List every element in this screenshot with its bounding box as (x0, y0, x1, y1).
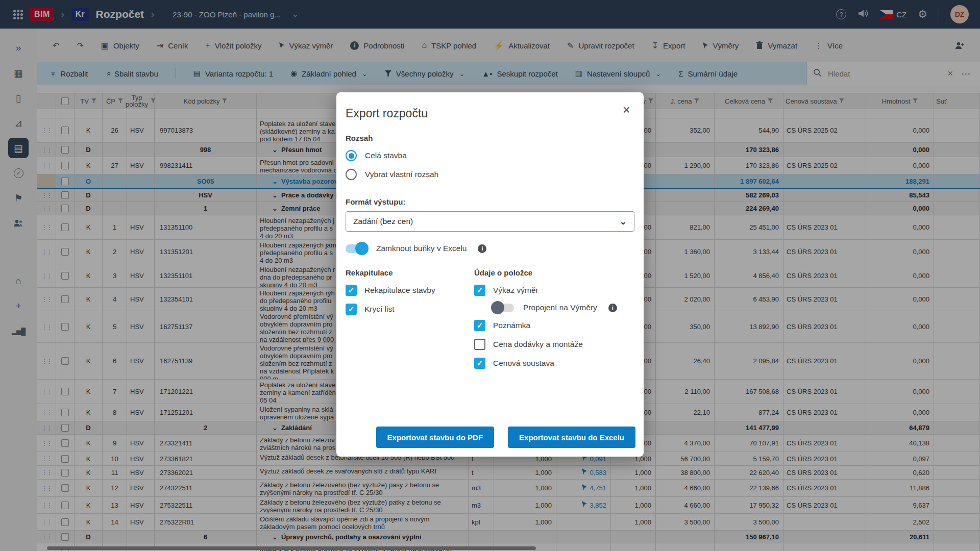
checkbox-checked-icon: ✓ (346, 285, 357, 296)
recap-section-label: Rekapitulace (346, 268, 474, 277)
lock-cells-toggle[interactable] (346, 244, 367, 253)
checkbox-label: Cenová soustava (493, 359, 554, 368)
radio-label: Vybrat vlastní rozsah (365, 170, 438, 179)
bill-of-quantities-checkbox[interactable]: ✓ Výkaz výměr (474, 285, 634, 296)
scope-custom-range-option[interactable]: Vybrat vlastní rozsah (346, 169, 634, 180)
chevron-down-icon: ⌄ (620, 216, 627, 227)
price-system-checkbox[interactable]: ✓ Cenová soustava (474, 358, 634, 369)
format-label: Formát výstupu: (346, 197, 634, 206)
link-to-measurements-toggle[interactable] (493, 304, 514, 312)
checkbox-checked-icon: ✓ (474, 358, 485, 369)
format-value: Zadání (bez cen) (353, 217, 413, 226)
app-root: BIM › Kr Rozpočet › 23-90 - ZOO Plzeň - … (0, 0, 980, 551)
export-pdf-button[interactable]: Exportovat stavbu do PDF (376, 427, 495, 448)
export-dialog: Export rozpočtu × Rozsah Celá stavba Vyb… (336, 92, 644, 457)
close-icon[interactable]: × (620, 104, 633, 116)
checkbox-label: Cena dodávky a montáže (493, 340, 583, 349)
export-excel-button[interactable]: Exportovat stavbu do Excelu (508, 427, 635, 448)
checkbox-label: Krycí list (364, 305, 395, 314)
toggle-label: Propojení na Výměry (523, 303, 597, 312)
format-select[interactable]: Zadání (bez cen) ⌄ (346, 211, 634, 232)
scope-section-label: Rozsah (346, 134, 634, 142)
note-checkbox[interactable]: ✓ Poznámka (474, 320, 634, 331)
checkbox-checked-icon: ✓ (474, 285, 485, 296)
dialog-buttons: Exportovat stavbu do PDF Exportovat stav… (336, 427, 635, 448)
options-columns: Rekapitulace ✓ Rekapitulace stavby ✓ Kry… (346, 268, 634, 369)
scope-whole-building-option[interactable]: Celá stavba (346, 150, 634, 161)
recap-building-checkbox[interactable]: ✓ Rekapitulace stavby (346, 285, 474, 296)
item-data-section-label: Údaje o položce (474, 268, 634, 277)
radio-unselected-icon (346, 169, 357, 180)
info-icon[interactable]: i (478, 244, 486, 253)
info-icon[interactable]: i (608, 304, 617, 312)
cover-sheet-checkbox[interactable]: ✓ Krycí list (346, 304, 474, 315)
lock-cells-row: Zamknout buňky v Excelu i (346, 244, 634, 253)
radio-selected-icon (346, 150, 357, 161)
item-data-column: Údaje o položce ✓ Výkaz výměr Propojení … (474, 268, 634, 369)
checkbox-checked-icon: ✓ (346, 304, 357, 315)
link-to-measurements-row: Propojení na Výměry i (493, 303, 634, 312)
radio-label: Celá stavba (365, 151, 407, 160)
checkbox-label: Poznámka (493, 321, 530, 330)
checkbox-unchecked-icon: ✓ (474, 339, 485, 350)
lock-cells-label: Zamknout buňky v Excelu (376, 244, 467, 253)
checkbox-checked-icon: ✓ (474, 320, 485, 331)
supply-assembly-price-checkbox[interactable]: ✓ Cena dodávky a montáže (474, 339, 634, 350)
dialog-title: Export rozpočtu (346, 107, 634, 120)
checkbox-label: Rekapitulace stavby (364, 286, 435, 295)
recap-column: Rekapitulace ✓ Rekapitulace stavby ✓ Kry… (346, 268, 474, 369)
checkbox-label: Výkaz výměr (493, 286, 538, 295)
